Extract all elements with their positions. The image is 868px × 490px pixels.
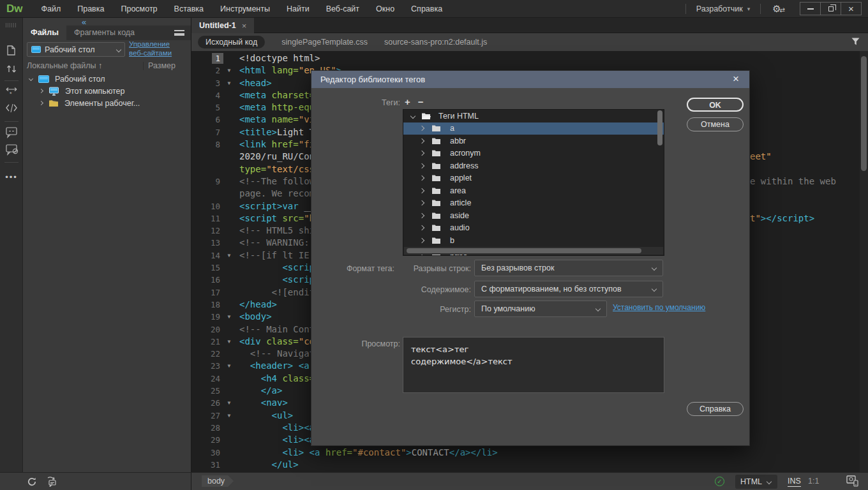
tag-tree-item-aside[interactable]: aside <box>403 209 664 222</box>
dialog-close-icon[interactable]: × <box>729 71 743 87</box>
close-tab-icon[interactable]: × <box>242 21 247 31</box>
doctype-select[interactable]: HTML <box>735 475 777 489</box>
site-selector[interactable]: Рабочий стол <box>27 42 125 57</box>
expand-abbreviation-icon[interactable]: * <box>0 85 23 97</box>
close-button[interactable]: × <box>841 2 862 15</box>
tag-tree-item-acronym[interactable]: acronym <box>403 147 664 160</box>
open-document-icon[interactable] <box>0 45 23 56</box>
tree-row-desktop[interactable]: Рабочий стол <box>23 73 191 85</box>
code-line[interactable]: 1<!doctype html> <box>191 52 859 64</box>
chevron-collapsed-icon[interactable] <box>39 89 43 93</box>
chevron-collapsed-icon[interactable] <box>419 200 424 205</box>
tag-tree-item-applet[interactable]: applet <box>403 172 664 185</box>
tree-label: Элементы рабочег... <box>64 99 140 108</box>
fold-arrow-icon[interactable]: ▼ <box>223 311 235 323</box>
fold-arrow-icon[interactable]: ▼ <box>223 249 235 262</box>
menu-item[interactable]: Инструменты <box>212 4 278 13</box>
chevron-collapsed-icon[interactable] <box>419 138 424 144</box>
chevron-collapsed-icon[interactable] <box>419 238 424 243</box>
tag-list-hscroll-thumb[interactable] <box>407 248 641 253</box>
tag-tree-item-a[interactable]: a <box>403 122 664 135</box>
fold-arrow-icon[interactable]: ▼ <box>223 410 235 422</box>
dialog-titlebar[interactable]: Редактор библиотеки тегов × <box>311 71 749 88</box>
ok-button[interactable]: OK <box>687 98 744 112</box>
fold-arrow-icon[interactable]: ▼ <box>223 336 235 348</box>
chevron-collapsed-icon[interactable] <box>419 163 424 168</box>
restore-button[interactable] <box>820 2 841 15</box>
menu-item[interactable]: Окно <box>368 4 403 13</box>
format-source-icon[interactable] <box>0 102 23 115</box>
menu-item[interactable]: Правка <box>69 4 112 13</box>
tag-tree-item-article[interactable]: article <box>403 197 664 210</box>
fold-arrow-icon[interactable]: ▼ <box>223 64 235 77</box>
toolbar-grip-icon[interactable] <box>6 23 17 27</box>
code-line[interactable]: 30 <li> <a href="#contact">CONTACT</a></… <box>191 447 859 459</box>
cancel-button[interactable]: Отмена <box>687 117 744 131</box>
toolbar-more-icon[interactable]: ••• <box>0 172 23 182</box>
menu-item[interactable]: Просмотр <box>112 4 165 13</box>
line-number <box>191 151 223 163</box>
tree-row-desktop-items[interactable]: Элементы рабочег... <box>23 97 191 109</box>
tag-tree-item-address[interactable]: address <box>403 160 664 172</box>
get-put-files-icon[interactable] <box>46 477 57 487</box>
tag-list-hscroll-track[interactable] <box>404 247 663 255</box>
preview-in-device-icon[interactable] <box>846 475 859 487</box>
set-default-link[interactable]: Установить по умолчанию <box>613 303 705 312</box>
chevron-collapsed-icon[interactable] <box>419 126 424 131</box>
chevron-collapsed-icon[interactable] <box>419 175 424 181</box>
tag-selector-body[interactable]: body <box>202 475 234 487</box>
chevron-collapsed-icon[interactable] <box>419 151 424 156</box>
line-breaks-select[interactable]: Без разрывов строк <box>474 260 663 276</box>
refresh-icon[interactable] <box>27 477 37 487</box>
chevron-collapsed-icon[interactable] <box>419 225 424 230</box>
scrollbar-thumb[interactable] <box>861 56 867 171</box>
source-code-button[interactable]: Исходный код <box>198 36 265 48</box>
filter-icon[interactable] <box>851 37 860 46</box>
case-select[interactable]: По умолчанию <box>474 301 607 317</box>
chevron-expanded-icon[interactable] <box>29 77 33 81</box>
manage-sites-link[interactable]: Управление веб-сайтами <box>129 40 190 57</box>
fold-arrow-icon[interactable]: ▼ <box>223 77 235 89</box>
remove-tag-button[interactable]: − <box>418 96 431 107</box>
menu-item[interactable]: Вставка <box>166 4 212 13</box>
chevron-collapsed-icon[interactable] <box>419 213 424 218</box>
apply-comment-icon[interactable] <box>0 126 23 138</box>
contents-select[interactable]: С форматированием, но без отступов <box>474 281 663 297</box>
tag-tree-item-audio[interactable]: audio <box>403 222 664 235</box>
tag-list-vscroll-thumb[interactable] <box>657 110 662 145</box>
menu-item[interactable]: Найти <box>278 4 318 13</box>
tab-snippets[interactable]: Фрагменты кода <box>66 26 142 40</box>
minimize-button[interactable] <box>800 2 821 15</box>
size-column[interactable]: Размер <box>148 61 176 70</box>
panel-menu-icon[interactable] <box>174 30 184 36</box>
workspace-switcher[interactable]: Разработчик ▾ <box>692 4 754 13</box>
insert-mode-indicator[interactable]: INS <box>788 477 801 487</box>
remove-comment-icon[interactable] <box>0 143 23 156</box>
menu-item[interactable]: Веб-сайт <box>318 4 368 13</box>
document-tab[interactable]: Untitled-1 × <box>191 18 254 33</box>
chevron-collapsed-icon[interactable] <box>39 101 43 105</box>
tag-tree-item-abbr[interactable]: abbr <box>403 135 664 147</box>
code-line[interactable]: 31 </ul> <box>191 459 859 471</box>
related-file-js[interactable]: source-sans-pro:n2:default.js <box>384 38 487 47</box>
help-button[interactable]: Справка <box>687 402 744 416</box>
related-file-css[interactable]: singlePageTemplate.css <box>281 38 368 47</box>
sort-lines-icon[interactable] <box>0 63 23 74</box>
tag-tree-root[interactable]: Теги HTML <box>403 110 664 122</box>
fold-arrow-icon[interactable]: ▼ <box>223 397 235 409</box>
chevron-expanded-icon[interactable] <box>410 114 415 119</box>
tag-tree-item-area[interactable]: area <box>403 184 664 197</box>
file-list-header[interactable]: Локальные файлы ↑ Размер <box>27 61 187 71</box>
menu-item[interactable]: Справка <box>403 4 451 13</box>
add-remove-tag-buttons[interactable]: +− <box>405 96 431 107</box>
tag-tree-list[interactable]: Теги HTMLaabbracronymaddressappletareaar… <box>403 109 664 256</box>
local-files-column[interactable]: Локальные файлы <box>27 61 96 70</box>
menu-item[interactable]: Файл <box>33 4 70 13</box>
fold-arrow-icon[interactable]: ▼ <box>223 360 235 372</box>
tag-tree-item-b[interactable]: b <box>403 234 664 247</box>
chevron-collapsed-icon[interactable] <box>419 188 424 193</box>
tree-row-computer[interactable]: Этот компьютер <box>23 85 191 97</box>
add-tag-button[interactable]: + <box>405 96 418 107</box>
tab-files[interactable]: Файлы <box>23 26 66 40</box>
sync-settings-icon[interactable]: ⚙⇄ <box>767 3 790 15</box>
